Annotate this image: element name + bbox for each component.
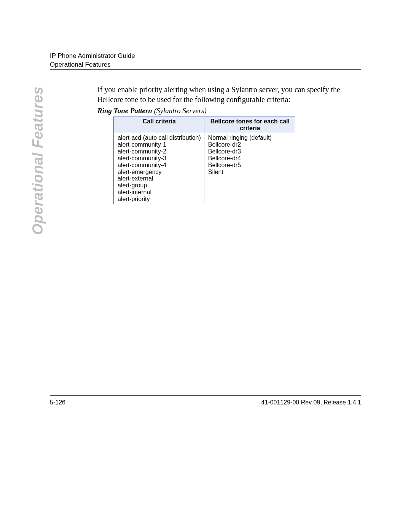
tone-item: Normal ringing (default) <box>208 134 292 141</box>
tone-item: Bellcore-dr5 <box>208 162 292 169</box>
table-row: alert-acd (auto call distribution) alert… <box>114 133 295 204</box>
table-header-1: Call criteria <box>114 117 204 133</box>
page-footer: 5-126 41-001129-00 Rev 09, Release 1.4.1 <box>50 399 361 406</box>
subheading: Ring Tone Pattern (Sylantro Servers) <box>97 107 207 115</box>
criteria-item: alert-community-2 <box>118 148 201 155</box>
body-paragraph: If you enable priority alerting when usi… <box>97 85 361 104</box>
criteria-item: alert-emergency <box>118 169 201 176</box>
tone-item: Silent <box>208 169 292 176</box>
table-header-row: Call criteria Bellcore tones for each ca… <box>114 117 295 133</box>
criteria-item: alert-community-1 <box>118 141 201 148</box>
criteria-item: alert-community-4 <box>118 162 201 169</box>
footer-rule <box>50 395 361 396</box>
subheading-bold: Ring Tone Pattern <box>97 107 152 115</box>
header-line-2: Operational Features <box>50 61 361 69</box>
ring-tone-table: Call criteria Bellcore tones for each ca… <box>113 117 295 204</box>
footer-right: 41-001129-00 Rev 09, Release 1.4.1 <box>261 399 361 406</box>
page: IP Phone Administrator Guide Operational… <box>0 0 411 532</box>
subheading-italic: (Sylantro Servers) <box>152 107 207 115</box>
tone-item: Bellcore-dr3 <box>208 148 292 155</box>
side-tab-label: Operational Features <box>30 86 46 235</box>
cell-call-criteria: alert-acd (auto call distribution) alert… <box>114 133 204 204</box>
criteria-item: alert-acd (auto call distribution) <box>118 134 201 141</box>
criteria-item: alert-priority <box>118 196 201 203</box>
table-header-2: Bellcore tones for each call criteria <box>204 117 295 133</box>
ring-tone-table-wrap: Call criteria Bellcore tones for each ca… <box>113 117 295 204</box>
criteria-item: alert-internal <box>118 189 201 196</box>
page-header: IP Phone Administrator Guide Operational… <box>50 52 361 69</box>
tone-item: Bellcore-dr4 <box>208 155 292 162</box>
criteria-item: alert-community-3 <box>118 155 201 162</box>
footer-left: 5-126 <box>50 399 65 406</box>
criteria-item: alert-external <box>118 175 201 182</box>
tone-item: Bellcore-dr2 <box>208 141 292 148</box>
side-tab: Operational Features <box>30 86 46 235</box>
cell-bellcore-tones: Normal ringing (default) Bellcore-dr2 Be… <box>204 133 295 204</box>
header-line-1: IP Phone Administrator Guide <box>50 52 361 61</box>
header-rule <box>50 69 361 70</box>
criteria-item: alert-group <box>118 182 201 189</box>
